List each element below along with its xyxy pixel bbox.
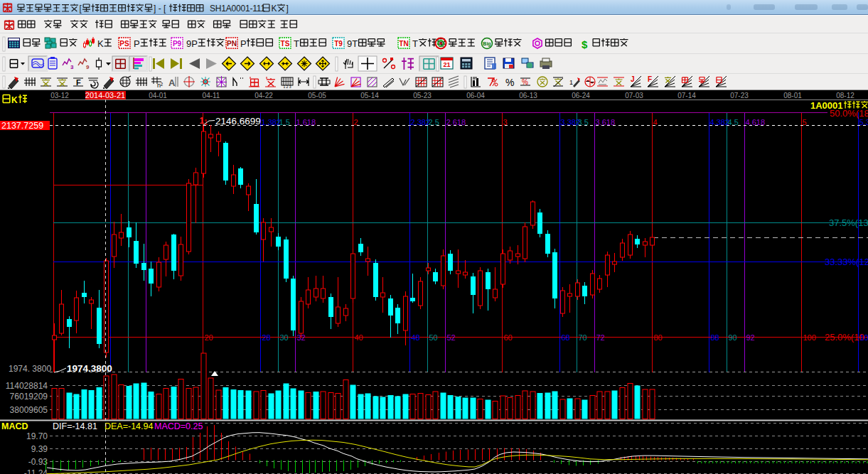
svg-text:PN: PN bbox=[227, 40, 237, 48]
svg-text:5: 5 bbox=[803, 118, 807, 126]
svg-text:37.5%(13: 37.5%(13 bbox=[829, 217, 868, 228]
svg-text:K: K bbox=[272, 4, 277, 14]
svg-text:T: T bbox=[294, 38, 299, 49]
svg-text:3: 3 bbox=[503, 118, 508, 126]
svg-text:06-24: 06-24 bbox=[572, 92, 590, 99]
svg-text:%: % bbox=[522, 78, 528, 86]
svg-text:1.382: 1.382 bbox=[262, 118, 282, 126]
svg-text:J: J bbox=[631, 75, 635, 83]
svg-text:K: K bbox=[97, 38, 104, 49]
svg-text:2.382: 2.382 bbox=[411, 118, 431, 126]
svg-text:2014-03-21: 2014-03-21 bbox=[85, 91, 125, 99]
svg-text:06-13: 06-13 bbox=[519, 92, 537, 99]
svg-text:04-11: 04-11 bbox=[203, 92, 220, 99]
svg-text:9: 9 bbox=[86, 64, 90, 70]
svg-text:04-22: 04-22 bbox=[254, 92, 273, 99]
svg-text:1 2 3: 1 2 3 bbox=[283, 85, 291, 89]
svg-text:88: 88 bbox=[711, 333, 719, 342]
svg-text:3.618: 3.618 bbox=[596, 118, 616, 126]
svg-text:2.5: 2.5 bbox=[429, 118, 439, 126]
svg-text:21: 21 bbox=[443, 61, 450, 68]
svg-text:TN: TN bbox=[399, 40, 408, 48]
svg-text:08-12: 08-12 bbox=[836, 92, 854, 99]
svg-text:K: K bbox=[11, 95, 18, 105]
svg-text:PS: PS bbox=[119, 40, 129, 48]
svg-text:19.70: 19.70 bbox=[26, 431, 48, 441]
svg-text:07-14: 07-14 bbox=[677, 92, 696, 99]
svg-text:T9: T9 bbox=[334, 40, 343, 48]
svg-text:90: 90 bbox=[729, 333, 737, 342]
svg-text:5.382: 5.382 bbox=[859, 118, 868, 126]
svg-text:108: 108 bbox=[860, 333, 868, 342]
svg-text:P: P bbox=[134, 38, 140, 49]
svg-text:80: 80 bbox=[654, 333, 663, 342]
svg-text:TS: TS bbox=[281, 40, 290, 48]
svg-text:T: T bbox=[412, 38, 418, 49]
svg-text:-0.93: -0.93 bbox=[28, 457, 48, 467]
svg-text:20: 20 bbox=[205, 333, 213, 342]
svg-text:MACD=0.25: MACD=0.25 bbox=[154, 421, 203, 431]
svg-text:76019209: 76019209 bbox=[10, 392, 48, 402]
svg-text:72: 72 bbox=[596, 333, 605, 342]
svg-text:SH1A0001-111: SH1A0001-111 bbox=[210, 4, 265, 14]
svg-text:52: 52 bbox=[447, 333, 456, 342]
svg-text:03-12: 03-12 bbox=[50, 92, 69, 99]
svg-text:48: 48 bbox=[412, 333, 420, 342]
svg-text:3: 3 bbox=[70, 64, 74, 70]
svg-text:07-23: 07-23 bbox=[730, 92, 749, 99]
svg-text:P: P bbox=[240, 38, 247, 49]
svg-text:P9: P9 bbox=[173, 40, 182, 48]
svg-text:9.39: 9.39 bbox=[31, 444, 48, 454]
svg-text:$: $ bbox=[582, 38, 588, 50]
svg-text:1: 1 bbox=[200, 116, 205, 126]
svg-text:05-05: 05-05 bbox=[308, 92, 326, 99]
svg-text:1974. 3800: 1974. 3800 bbox=[9, 364, 51, 374]
svg-text:30: 30 bbox=[280, 333, 289, 342]
svg-text:38009605: 38009605 bbox=[10, 405, 48, 415]
svg-text:9T: 9T bbox=[347, 38, 358, 49]
svg-text:1: 1 bbox=[569, 79, 573, 86]
svg-text:4.5: 4.5 bbox=[728, 118, 739, 126]
svg-text:4: 4 bbox=[653, 118, 658, 126]
svg-text:1.5: 1.5 bbox=[279, 118, 290, 126]
svg-text:2137.7259: 2137.7259 bbox=[1, 121, 43, 131]
svg-text:50: 50 bbox=[429, 333, 438, 342]
svg-text:92: 92 bbox=[746, 333, 755, 342]
svg-text:2.618: 2.618 bbox=[446, 118, 466, 126]
svg-text:25.0%(10: 25.0%(10 bbox=[825, 332, 864, 343]
svg-text:n²: n² bbox=[157, 82, 163, 89]
svg-text:F: F bbox=[648, 75, 652, 83]
svg-text:]: ] bbox=[286, 4, 289, 14]
svg-text:33.33%(12: 33.33%(12 bbox=[825, 257, 868, 267]
svg-text:%: % bbox=[505, 77, 514, 88]
svg-text:04-01: 04-01 bbox=[149, 92, 167, 99]
svg-text:3.5: 3.5 bbox=[578, 118, 589, 126]
svg-text:DEA=-14.94: DEA=-14.94 bbox=[105, 421, 153, 431]
svg-text:F: F bbox=[76, 78, 81, 87]
svg-text:] - [: ] - [ bbox=[154, 4, 166, 14]
svg-text:60: 60 bbox=[504, 333, 513, 342]
svg-text:114028814: 114028814 bbox=[6, 381, 48, 391]
svg-text:07-03: 07-03 bbox=[625, 92, 643, 99]
svg-text:MACD: MACD bbox=[1, 421, 28, 431]
svg-text:A: A bbox=[168, 77, 176, 88]
svg-text:70: 70 bbox=[579, 333, 587, 342]
svg-text:-11.24: -11.24 bbox=[24, 468, 48, 474]
svg-text:1.618: 1.618 bbox=[296, 118, 316, 126]
svg-text:100: 100 bbox=[803, 333, 816, 342]
svg-text:2: 2 bbox=[354, 118, 358, 126]
svg-text:Big: Big bbox=[483, 41, 491, 47]
svg-text:68: 68 bbox=[562, 333, 570, 342]
svg-text:08-01: 08-01 bbox=[783, 92, 802, 99]
svg-text:DIF=-14.81: DIF=-14.81 bbox=[53, 421, 97, 431]
svg-text:4.382: 4.382 bbox=[710, 118, 730, 126]
svg-text:05-14: 05-14 bbox=[360, 92, 379, 99]
svg-text:28: 28 bbox=[262, 333, 271, 342]
svg-text:9P: 9P bbox=[186, 38, 198, 49]
svg-text:05-23: 05-23 bbox=[413, 92, 432, 99]
svg-text:2146.6699: 2146.6699 bbox=[215, 116, 261, 126]
svg-text:06-04: 06-04 bbox=[466, 92, 485, 99]
svg-text:4.618: 4.618 bbox=[746, 118, 766, 126]
svg-text:40: 40 bbox=[355, 333, 363, 342]
